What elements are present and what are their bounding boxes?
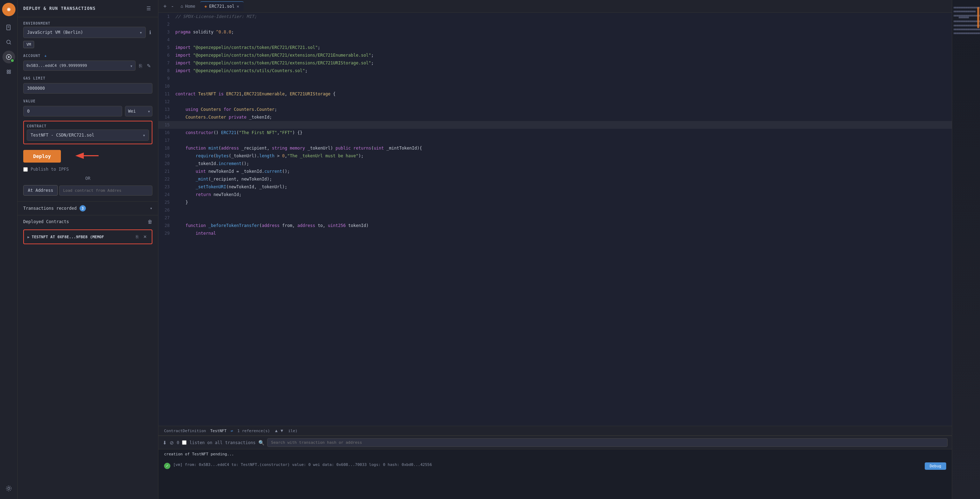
svg-point-14	[8, 487, 10, 489]
code-line-23: 23 _setTokenURI(newTokenId, _tokenUrl);	[158, 183, 952, 191]
contract-item-left: ▶ TESTNFT AT 0XF8E...9FBE8 (MEMOF	[27, 235, 104, 239]
terminal-bottom-icon[interactable]: ⬇	[162, 440, 167, 445]
code-line-20: 20 _tokenId.increment();	[158, 160, 952, 167]
right-thumbnail-panel: ████████████████████████████████████ ███…	[952, 0, 980, 499]
value-input[interactable]	[23, 106, 122, 116]
panel-menu-icon[interactable]: ☰	[145, 4, 153, 13]
code-line-9: 9	[158, 75, 952, 83]
minimap-thumb[interactable]	[977, 7, 979, 28]
plugin-icon[interactable]	[2, 65, 15, 78]
status-name: TestNFT	[210, 429, 226, 433]
transactions-header-left: Transactions recorded 3	[23, 205, 86, 211]
code-line-27: 27	[158, 214, 952, 222]
files-icon[interactable]	[2, 21, 15, 34]
ref-nav: ▲ ▼	[274, 428, 284, 433]
main-content: + - ⌂ Home ◈ ERC721.sol ✕ 1 // SPDX-Lice…	[158, 0, 952, 499]
zoom-in-btn[interactable]: +	[161, 2, 169, 11]
code-line-4: 4	[158, 36, 952, 44]
debug-button[interactable]: Debug	[925, 462, 946, 470]
deployed-header: Deployed Contracts 🗑	[18, 215, 158, 228]
edit-address-icon[interactable]: ✎	[145, 62, 153, 70]
ref-nav-down[interactable]: ▼	[280, 428, 284, 433]
listen-all-checkbox[interactable]	[182, 440, 186, 445]
contract-item-right: ⎘ ✕	[134, 233, 148, 241]
svg-point-2	[8, 9, 10, 10]
transactions-title: Transactions recorded	[23, 206, 77, 211]
erc721-tab-icon: ◈	[205, 4, 207, 9]
code-line-14: 14 Counters.Counter private _tokenId;	[158, 113, 952, 121]
code-line-19: 19 require(bytes(_tokenUrl).length > 0,"…	[158, 152, 952, 160]
svg-rect-11	[9, 70, 11, 72]
at-address-row: At Address	[18, 184, 158, 197]
deploy-section: Deploy	[18, 147, 158, 165]
transactions-section: Transactions recorded 3 ▾	[18, 201, 158, 215]
at-address-button[interactable]: At Address	[23, 185, 58, 195]
value-label: VALUE	[18, 95, 158, 105]
tab-home[interactable]: ⌂ Home	[177, 2, 200, 11]
ref-nav-up[interactable]: ▲	[274, 428, 278, 433]
home-tab-icon: ⌂	[181, 4, 183, 9]
transactions-header[interactable]: Transactions recorded 3 ▾	[18, 202, 158, 215]
code-area[interactable]: 1 // SPDX-License-Identifier: MIT; 2 3 p…	[158, 13, 952, 426]
terminal-area: ⬇ ⊘ 0 listen on all transactions 🔍 creat…	[158, 435, 952, 499]
code-line-1: 1 // SPDX-License-Identifier: MIT;	[158, 13, 952, 21]
publish-ipfs-checkbox[interactable]	[23, 167, 28, 172]
terminal-log-text: [vm] from: 0x5B3...eddC4 to: TestNFT.(co…	[173, 462, 922, 467]
status-definition: ContractDefinition	[164, 429, 206, 433]
zoom-out-btn[interactable]: -	[169, 2, 175, 11]
status-refs: 1 reference(s)	[237, 429, 270, 433]
transactions-badge: 3	[80, 205, 86, 211]
code-line-16: 16 constructor() ERC721("The First NFT",…	[158, 129, 952, 137]
code-line-10: 10	[158, 83, 952, 90]
svg-rect-13	[9, 72, 11, 73]
tab-bar: + - ⌂ Home ◈ ERC721.sol ✕	[158, 0, 952, 13]
gas-limit-input[interactable]	[23, 83, 153, 94]
tab-erc721[interactable]: ◈ ERC721.sol ✕	[200, 2, 243, 11]
account-row: 0x5B3...eddC4 (99.99999999 ⎘ ✎	[18, 59, 158, 72]
environment-select[interactable]: JavaScript VM (Berlin) JavaScript VM (Lo…	[23, 27, 146, 38]
terminal-search-input[interactable]	[267, 438, 948, 447]
settings-icon[interactable]	[2, 482, 15, 495]
value-unit-select[interactable]: Wei Gwei Finney Ether	[125, 106, 153, 116]
transactions-chevron: ▾	[150, 206, 153, 211]
env-row: VM	[18, 40, 158, 49]
code-line-28: 28 function _beforeTokenTransfer(address…	[158, 222, 952, 229]
deploy-arrow	[74, 149, 102, 164]
erc721-tab-label: ERC721.sol	[209, 4, 234, 9]
code-line-6: 6 import "@openzeppelin/contracts/token/…	[158, 51, 952, 59]
deploy-button[interactable]: Deploy	[23, 150, 61, 162]
search-icon[interactable]	[2, 36, 15, 49]
vm-badge: VM	[23, 41, 34, 48]
contract-select[interactable]: TestNFT - CSDN/ERC721.sol	[27, 129, 149, 141]
icon-bar	[0, 0, 18, 499]
copy-address-icon[interactable]: ⎘	[138, 62, 143, 70]
environment-info-icon[interactable]: ℹ	[148, 28, 153, 37]
code-line-18: 18 function mint(address _recipient, str…	[158, 144, 952, 152]
code-line-8: 8 import "@openzeppelin/contracts/utils/…	[158, 67, 952, 75]
svg-point-15	[6, 486, 11, 491]
minimap: ████████████████████████████████████ ███…	[954, 3, 978, 36]
panel-title: DEPLOY & RUN TRANSACTIONS	[23, 6, 96, 11]
code-line-22: 22 _mint(_recipient, newTokenId);	[158, 175, 952, 183]
code-line-15: 15	[158, 121, 952, 129]
erc721-tab-close[interactable]: ✕	[237, 4, 239, 9]
deploy-run-icon[interactable]	[2, 51, 15, 64]
or-divider: OR	[18, 173, 158, 184]
terminal-toolbar: ⬇ ⊘ 0 listen on all transactions 🔍	[158, 436, 952, 450]
code-line-11: 11 contract TestNFT is ERC721,ERC721Enum…	[158, 90, 952, 98]
environment-label: ENVIRONMENT	[18, 17, 158, 27]
code-line-2: 2	[158, 21, 952, 28]
code-line-5: 5 import "@openzeppelin/contracts/token/…	[158, 44, 952, 51]
at-address-input[interactable]	[59, 186, 153, 195]
account-select[interactable]: 0x5B3...eddC4 (99.99999999	[23, 60, 135, 71]
code-line-17: 17	[158, 137, 952, 144]
contract-label: CONTRACT	[27, 124, 149, 129]
contract-item: ▶ TESTNFT AT 0XF8E...9FBE8 (MEMOF ⎘ ✕	[23, 229, 153, 244]
share-icon[interactable]: ⇌	[231, 429, 233, 433]
copy-contract-icon[interactable]: ⎘	[134, 233, 140, 241]
delete-deployed-icon[interactable]: 🗑	[148, 219, 153, 224]
close-contract-icon[interactable]: ✕	[142, 233, 148, 241]
contract-expand-icon[interactable]: ▶	[27, 235, 30, 239]
terminal-clear-icon[interactable]: ⊘	[170, 440, 174, 445]
svg-rect-12	[7, 72, 8, 73]
